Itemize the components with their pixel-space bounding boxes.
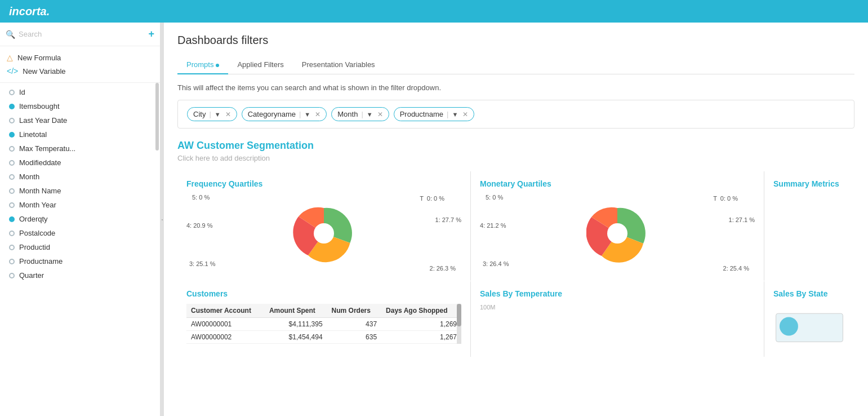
cell-amount: $1,454,494 (265, 331, 327, 344)
cell-account: AW00000002 (186, 331, 265, 344)
sidebar-actions: △ New Formula </> New Variable (0, 46, 160, 83)
sidebar-item-month-year[interactable]: Month Year (0, 198, 158, 212)
chip-categoryname-divider: | (299, 110, 301, 118)
sidebar-scrollbar[interactable] (155, 83, 159, 151)
sidebar-item-orderqty[interactable]: Orderqty (0, 212, 158, 226)
sidebar-item-label-modifieddate: Modifieddate (19, 158, 61, 167)
dashboard-subtitle[interactable]: Click here to add description (177, 154, 854, 162)
mon-label-1: 1: 27.1 % (729, 216, 755, 223)
chip-productname-divider: | (447, 110, 448, 118)
chip-month-label: Month (337, 110, 358, 118)
sidebar-item-label-month-year: Month Year (19, 201, 56, 209)
sidebar-item-dot-postalcode (9, 231, 15, 236)
sidebar-item-dot-last-year-date (9, 118, 15, 123)
search-box[interactable]: 🔍 Search (6, 30, 42, 39)
tab-presentation-variables[interactable]: Presentation Variables (293, 56, 384, 74)
chip-month-divider: | (361, 110, 363, 118)
sidebar-list-inner: IdItemsboughtLast Year DateLinetotalMax … (0, 85, 160, 282)
chip-productname-arrow[interactable]: ▼ (452, 111, 458, 118)
col-customer-account: Customer Account (186, 304, 265, 318)
frequency-quartiles-cell: Frequency Quartiles (177, 171, 470, 281)
add-button[interactable]: + (148, 28, 154, 40)
sidebar-item-last-year-date[interactable]: Last Year Date (0, 113, 158, 127)
map-svg (773, 307, 845, 346)
sidebar-top: 🔍 Search + (0, 23, 160, 46)
chip-categoryname-arrow[interactable]: ▼ (304, 111, 310, 118)
variable-icon: </> (7, 67, 18, 76)
frequency-quartiles-chart: T 0: 0 % 5: 0 % 4: 20.9 % 3: 25.1 % 2: 2… (186, 194, 461, 273)
chip-productname-close[interactable]: ✕ (462, 110, 468, 118)
customers-title: Customers (186, 289, 461, 298)
frequency-pie-svg (293, 202, 355, 264)
chip-city-close[interactable]: ✕ (225, 110, 231, 118)
sidebar-item-label-last-year-date: Last Year Date (19, 116, 67, 125)
sidebar-item-label-orderqty: Orderqty (19, 215, 48, 223)
formula-icon: △ (7, 53, 13, 62)
sidebar-item-label-linetotal: Linetotal (19, 130, 47, 139)
map-placeholder (773, 304, 845, 349)
sidebar-item-linetotal[interactable]: Linetotal (0, 127, 158, 141)
sidebar-item-dot-month-year (9, 202, 15, 208)
chip-month-close[interactable]: ✕ (377, 110, 383, 118)
chip-month-arrow[interactable]: ▼ (367, 111, 373, 118)
sidebar-item-month[interactable]: Month (0, 170, 158, 184)
sidebar-item-productname[interactable]: Productname (0, 254, 158, 268)
chip-month[interactable]: Month | ▼ ✕ (331, 107, 389, 121)
summary-metrics-cell: Summary Metrics (764, 171, 854, 281)
sidebar-item-id[interactable]: Id (0, 85, 158, 99)
sales-state-cell: Sales By State (764, 281, 854, 357)
table-header-row: Customer Account Amount Spent Num Orders… (186, 304, 461, 318)
sidebar-item-label-month-name: Month Name (19, 187, 61, 195)
cell-days: 1,269 (381, 318, 461, 331)
sidebar-item-productid[interactable]: Productid (0, 240, 158, 254)
sidebar-item-max-temperatu[interactable]: Max Temperatu... (0, 141, 158, 156)
chip-city-divider: | (209, 110, 211, 118)
sidebar-item-dot-max-temperatu (9, 146, 15, 152)
col-amount-spent: Amount Spent (265, 304, 327, 318)
customers-cell: Customers Customer Account Amount Spent … (177, 281, 470, 357)
charts-grid: Frequency Quartiles (177, 171, 854, 281)
sidebar-item-postalcode[interactable]: Postalcode (0, 226, 158, 240)
freq-label-2: 2: 26.3 % (430, 265, 456, 272)
chip-productname[interactable]: Productname | ▼ ✕ (394, 107, 475, 121)
tab-applied-filters[interactable]: Applied Filters (228, 56, 292, 74)
sales-temp-ylabel: 100M (480, 304, 755, 311)
chip-city[interactable]: City | ▼ ✕ (187, 107, 237, 121)
sidebar-item-modifieddate[interactable]: Modifieddate (0, 156, 158, 170)
table-scrollbar[interactable] (457, 304, 461, 344)
chip-categoryname[interactable]: Categoryname | ▼ ✕ (242, 107, 327, 121)
sales-temp-title: Sales By Temperature (480, 289, 755, 298)
cell-orders: 635 (327, 331, 381, 344)
chip-categoryname-close[interactable]: ✕ (315, 110, 321, 118)
sidebar-item-month-name[interactable]: Month Name (0, 184, 158, 198)
tab-prompts[interactable]: Prompts (177, 56, 228, 74)
monetary-pie-svg (586, 202, 648, 264)
chip-city-label: City (193, 110, 206, 118)
cell-account: AW00000001 (186, 318, 265, 331)
table-row: AW00000002$1,454,4946351,267 (186, 331, 461, 344)
new-formula-action[interactable]: △ New Formula (7, 51, 153, 64)
filter-chips: City | ▼ ✕ Categoryname | ▼ ✕ Month | ▼ … (177, 100, 854, 129)
chip-city-arrow[interactable]: ▼ (215, 111, 221, 118)
bottom-grid: Customers Customer Account Amount Spent … (177, 281, 854, 357)
mon-label-2: 2: 25.4 % (723, 265, 749, 272)
sidebar-item-dot-month (9, 174, 15, 180)
sidebar-item-dot-modifieddate (9, 160, 15, 166)
sidebar-item-quarter[interactable]: Quarter (0, 268, 158, 282)
svg-point-4 (780, 317, 798, 336)
sidebar-list: IdItemsboughtLast Year DateLinetotalMax … (0, 83, 160, 416)
svg-point-2 (607, 223, 627, 244)
new-variable-action[interactable]: </> New Variable (7, 64, 153, 78)
sidebar-item-dot-productid (9, 245, 15, 250)
table-scroll-thumb[interactable] (457, 304, 461, 326)
sidebar-item-itemsbought[interactable]: Itemsbought (0, 99, 158, 113)
sidebar-item-label-postalcode: Postalcode (19, 229, 55, 237)
col-days-ago: Days Ago Shopped (381, 304, 461, 318)
filter-description: This will affect the items you can searc… (177, 83, 854, 92)
mon-label-4: 4: 21.2 % (480, 222, 506, 229)
sidebar-item-dot-linetotal (9, 132, 15, 138)
cell-orders: 437 (327, 318, 381, 331)
sales-state-title: Sales By State (773, 289, 845, 298)
mon-label-5: 5: 0 % (486, 194, 503, 201)
new-variable-label: New Variable (23, 67, 65, 76)
